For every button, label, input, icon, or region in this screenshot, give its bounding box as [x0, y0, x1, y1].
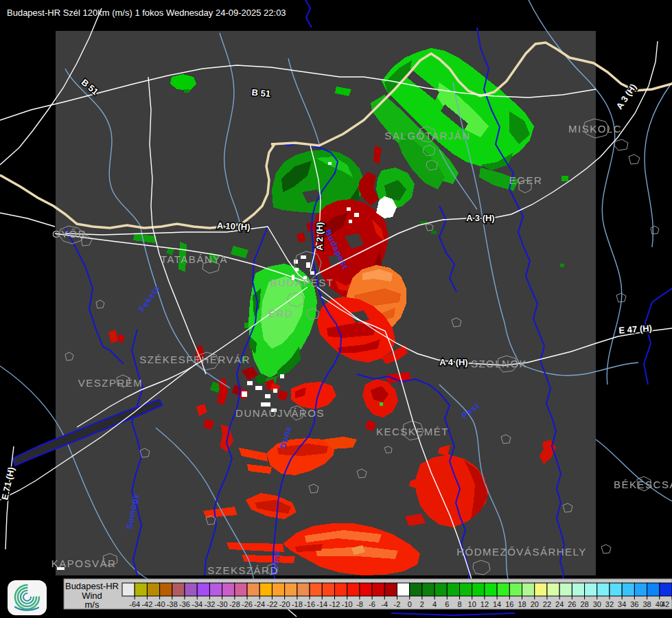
legend-tick-label: -18	[292, 600, 303, 608]
legend-color-cell	[410, 583, 422, 596]
legend-tick-label: 2	[420, 600, 424, 608]
legend-tick-label: 36	[630, 600, 638, 608]
city-label: BÉKÉSCSABA	[614, 479, 672, 490]
legend-tick-label: -12	[329, 600, 340, 608]
legend-tick-label: 42	[661, 600, 669, 608]
legend-tick-label: -20	[279, 600, 290, 608]
legend-tick-label: 24	[555, 600, 564, 608]
legend-tick-label: -10	[342, 600, 353, 608]
map-title: Budapest-HR Szél 120km (m/s) 1 fokos Wed…	[7, 8, 286, 18]
legend-color-cell	[285, 583, 297, 596]
legend-color-cell	[310, 583, 322, 596]
legend-color-cell	[660, 583, 672, 596]
legend-color-cell	[610, 583, 622, 596]
city-label: KECSKEMÉT	[376, 426, 449, 437]
legend-source-label: Budapest-HR	[65, 581, 119, 591]
legend-color-cell	[435, 583, 447, 596]
legend-color-cell	[197, 583, 209, 596]
legend-tick-label: -30	[217, 600, 228, 608]
legend-tick-label: -42	[141, 600, 152, 608]
legend-color-cell	[185, 583, 197, 596]
city-label: BUDAPEST	[270, 277, 334, 288]
legend-color-cell	[259, 583, 272, 596]
legend-tick-label: 20	[531, 600, 539, 608]
city-label: SZÉKESFEHÉRVÁR	[139, 354, 251, 365]
radar-map-view: BudapestFeketeSomogyTolnaDunaPest B 51B …	[0, 0, 672, 618]
legend-tick-label: -26	[242, 600, 253, 608]
city-label: DUNAÚJVÁROS	[235, 407, 325, 419]
legend-tick-label: -6	[369, 600, 375, 608]
legend-color-cell	[585, 583, 597, 596]
legend-color-cell	[334, 583, 347, 596]
legend-tick-label: 10	[468, 600, 476, 608]
legend-color-cell	[447, 583, 459, 596]
city-label: SZOLNOK	[471, 358, 527, 369]
legend-color-cell	[509, 583, 522, 596]
legend-color-cell	[397, 583, 410, 596]
legend-tick-label: 8	[457, 600, 461, 608]
legend-color-cell	[622, 583, 634, 596]
legend-tick-label: 0	[408, 600, 412, 608]
legend-color-cell	[422, 583, 435, 596]
legend-tick-label: 4	[432, 600, 437, 608]
legend-tick-label: 26	[568, 600, 576, 608]
legend-color-cell	[347, 583, 360, 596]
legend-color-cell	[634, 583, 647, 596]
road-label: B 51	[251, 87, 271, 99]
legend-tick-label: 22	[543, 600, 551, 608]
radar-logo-icon	[8, 580, 47, 615]
legend-tick-label: -40	[154, 600, 165, 608]
city-label: HÓDMEZŐVÁSÁRHELY	[456, 546, 587, 558]
legend-color-cell	[535, 583, 547, 596]
city-label: GYŐR	[52, 228, 86, 240]
legend-tick-label: -64	[129, 600, 140, 608]
legend-color-cell	[322, 583, 334, 596]
legend-tick-label: -16	[304, 600, 315, 608]
legend-color-cell	[384, 583, 397, 596]
legend-tick-label: 34	[618, 600, 626, 608]
legend-color-cell	[472, 583, 485, 596]
legend-color-cell	[122, 583, 135, 596]
legend-tick-label: 32	[605, 600, 614, 608]
road-label: A 2 (H)	[314, 222, 325, 250]
legend-tick-label: -38	[167, 600, 178, 608]
legend-color-cell	[272, 583, 284, 596]
legend-color-cell	[372, 583, 384, 596]
legend-color-cell	[247, 583, 259, 596]
legend-color-cell	[360, 583, 372, 596]
legend: Budapest-HR Wind m/s -64-42-40-38-36-34-…	[64, 579, 672, 610]
legend-color-cell	[460, 583, 472, 596]
city-label: TATABÁNYA	[161, 253, 228, 265]
city-label: KAPOSVÁR	[51, 558, 117, 569]
legend-color-cell	[222, 583, 235, 596]
legend-tick-label: -22	[267, 600, 278, 608]
legend-tick-label: -8	[356, 600, 363, 608]
legend-color-cell	[160, 583, 172, 596]
legend-tick-label: 18	[518, 600, 526, 608]
legend-color-cell	[497, 583, 509, 596]
legend-tick-label: 16	[505, 600, 513, 608]
legend-tick-label: -2	[394, 600, 401, 608]
legend-tick-label: -24	[254, 600, 265, 608]
legend-tick-label: -32	[204, 600, 215, 608]
radar-map-svg: BudapestFeketeSomogyTolnaDunaPest B 51B …	[0, 0, 672, 618]
legend-color-cell	[647, 583, 660, 596]
legend-color-cell	[597, 583, 610, 596]
city-label: VESZPRÉM	[78, 377, 143, 389]
legend-tick-label: -4	[381, 600, 388, 608]
legend-color-cell	[559, 583, 572, 596]
legend-tick-label: 12	[480, 600, 489, 608]
legend-tick-label: -14	[316, 600, 327, 608]
legend-color-cell	[209, 583, 222, 596]
city-label: MISKOLC	[568, 123, 622, 135]
road-label: A 4 (H)	[439, 357, 467, 367]
legend-color-cell	[547, 583, 559, 596]
legend-color-cell	[172, 583, 185, 596]
city-label: SALGÓTARJÁN	[384, 130, 470, 141]
city-label: EGER	[509, 174, 543, 186]
legend-tick-label: -34	[192, 600, 202, 608]
legend-tick-label: 6	[445, 600, 449, 608]
road-label: A 10 (H)	[217, 220, 251, 233]
road-label: A 3 (H)	[466, 213, 494, 223]
legend-color-cell	[297, 583, 310, 596]
